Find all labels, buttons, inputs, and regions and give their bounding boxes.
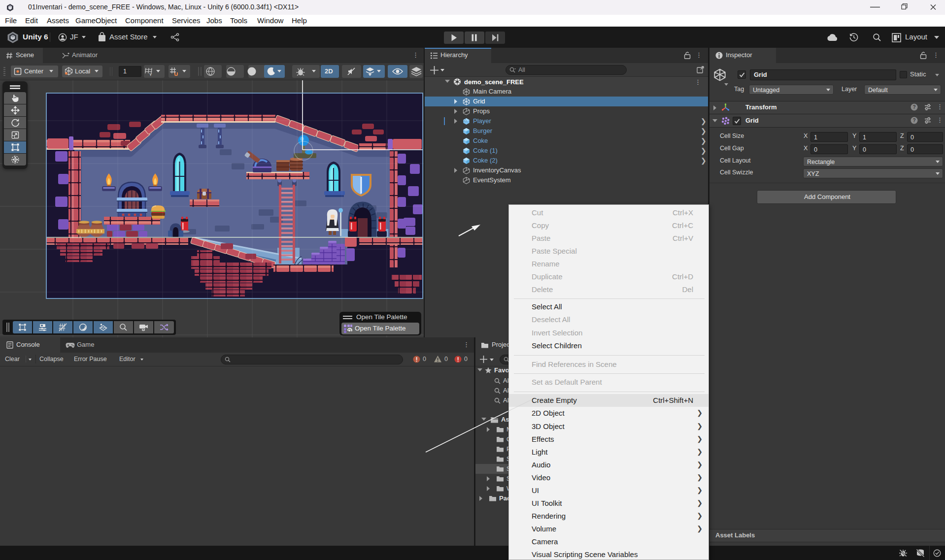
svg-text:Y: Y [149,72,152,76]
svg-text:?: ? [912,118,915,123]
svg-text:?: ? [912,104,915,110]
